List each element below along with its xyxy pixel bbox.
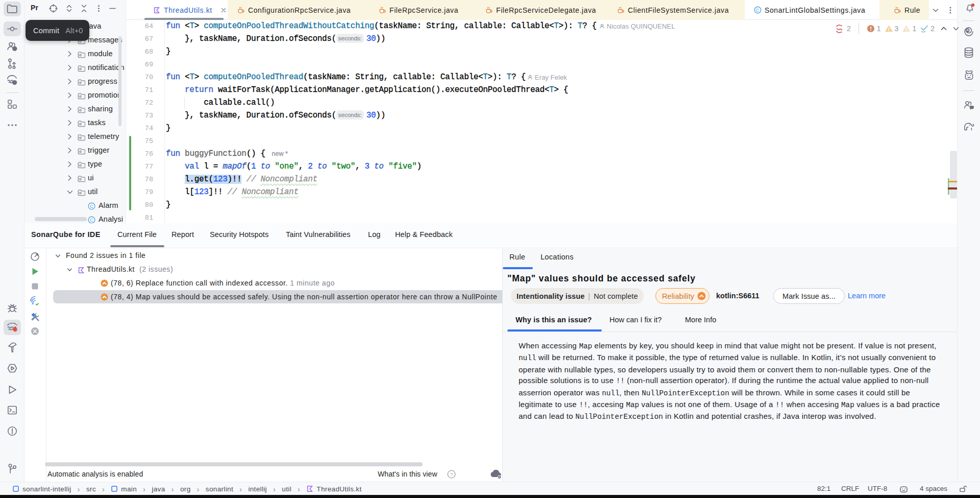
svg-text:?: ? — [450, 471, 453, 477]
svg-text:?: ? — [13, 46, 16, 51]
svg-text:C: C — [756, 7, 760, 13]
svg-text:?: ? — [13, 81, 16, 85]
